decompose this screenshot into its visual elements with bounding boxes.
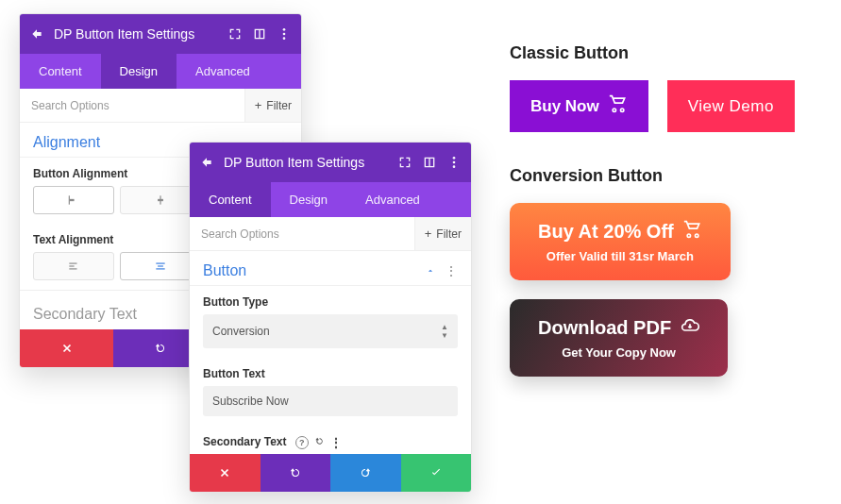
close-button[interactable]: [20, 329, 113, 367]
tab-content[interactable]: Content: [20, 54, 101, 89]
cloud-download-icon: [681, 316, 699, 340]
search-row: Search Options +Filter: [20, 89, 301, 123]
collapse-icon: [426, 262, 435, 279]
plus-icon: +: [255, 99, 262, 111]
redo-button[interactable]: [330, 454, 401, 492]
section-title: Button: [203, 262, 246, 279]
save-button[interactable]: [401, 454, 472, 492]
more-icon[interactable]: [446, 155, 462, 170]
preview-pane: Classic Button Buy Now View Demo Convers…: [510, 43, 821, 395]
search-input[interactable]: Search Options: [20, 99, 244, 112]
search-input[interactable]: Search Options: [190, 227, 414, 241]
button-type-label: Button Type: [190, 286, 471, 314]
svg-rect-9: [69, 268, 76, 269]
download-pdf-button[interactable]: Download PDF Get Your Copy Now: [510, 299, 728, 377]
cart-icon: [609, 94, 628, 118]
more-icon[interactable]: ⋮: [330, 436, 342, 449]
button-text-label: Button Text: [190, 358, 471, 386]
svg-rect-12: [156, 268, 164, 269]
align-left-option[interactable]: [33, 186, 114, 214]
panel-title: DP Button Item Settings: [54, 26, 218, 42]
svg-rect-11: [158, 265, 163, 266]
reset-icon[interactable]: [314, 436, 325, 449]
button-text-input[interactable]: Subscribe Now: [203, 386, 458, 416]
view-demo-label: View Demo: [688, 97, 774, 116]
download-subtitle: Get Your Copy Now: [538, 345, 699, 360]
buy-discount-subtitle: Offer Valid till 31sr March: [538, 249, 702, 263]
tab-design[interactable]: Design: [271, 182, 346, 217]
svg-point-14: [453, 161, 456, 164]
settings-panel-content: DP Button Item Settings Content Design A…: [189, 142, 472, 493]
more-icon[interactable]: [277, 26, 292, 42]
svg-point-13: [453, 157, 456, 160]
panel-header: DP Button Item Settings: [20, 14, 301, 54]
svg-rect-6: [158, 199, 163, 201]
button-type-value: Conversion: [212, 325, 270, 338]
button-text-value: Subscribe Now: [212, 395, 289, 408]
classic-button-heading: Classic Button: [510, 43, 821, 63]
text-left-option[interactable]: [33, 252, 114, 280]
layout-icon[interactable]: [252, 26, 267, 42]
tab-content[interactable]: Content: [190, 182, 271, 217]
expand-icon[interactable]: [227, 26, 243, 42]
expand-icon[interactable]: [397, 155, 412, 170]
filter-label: Filter: [266, 99, 292, 112]
layout-icon[interactable]: [422, 155, 437, 170]
select-arrows-icon: ▲▼: [441, 323, 448, 340]
action-bar: [190, 454, 471, 492]
help-icon[interactable]: ?: [295, 436, 309, 449]
secondary-text-label: Secondary Text ? ⋮: [190, 426, 471, 455]
back-icon[interactable]: [29, 26, 44, 42]
plus-icon: +: [425, 227, 432, 240]
svg-rect-10: [156, 263, 164, 264]
secondary-text-label-text: Secondary Text: [203, 435, 286, 448]
svg-rect-3: [69, 195, 70, 204]
conversion-button-heading: Conversion Button: [510, 166, 821, 186]
more-icon[interactable]: ⋮: [445, 263, 458, 278]
panel-header: DP Button Item Settings: [190, 143, 471, 182]
section-title: Alignment: [33, 134, 100, 151]
svg-rect-4: [70, 199, 75, 201]
svg-rect-8: [69, 265, 74, 266]
tabs: Content Design Advanced: [20, 54, 301, 89]
section-button[interactable]: Button ⋮: [190, 251, 471, 286]
filter-button[interactable]: +Filter: [414, 217, 471, 250]
undo-button[interactable]: [261, 454, 331, 492]
svg-point-2: [283, 37, 286, 40]
svg-point-15: [453, 165, 456, 168]
filter-label: Filter: [436, 227, 462, 241]
view-demo-button[interactable]: View Demo: [667, 80, 795, 132]
button-type-select[interactable]: Conversion ▲▼: [203, 314, 458, 348]
buy-discount-button[interactable]: Buy At 20% Off Offer Valid till 31sr Mar…: [510, 203, 731, 280]
svg-point-1: [283, 33, 286, 36]
back-icon[interactable]: [199, 155, 214, 170]
filter-button[interactable]: +Filter: [244, 89, 301, 122]
panel-title: DP Button Item Settings: [224, 155, 388, 170]
tab-advanced[interactable]: Advanced: [346, 182, 439, 217]
svg-rect-7: [69, 263, 76, 264]
search-row: Search Options +Filter: [190, 217, 471, 251]
tabs: Content Design Advanced: [190, 182, 471, 217]
tab-design[interactable]: Design: [101, 54, 177, 89]
svg-point-0: [283, 28, 286, 31]
buy-discount-title: Buy At 20% Off: [538, 221, 674, 243]
buy-now-button[interactable]: Buy Now: [510, 80, 648, 132]
close-button[interactable]: [190, 454, 261, 492]
tab-advanced[interactable]: Advanced: [177, 54, 269, 89]
cart-icon: [683, 220, 702, 244]
buy-now-label: Buy Now: [530, 97, 599, 116]
download-title: Download PDF: [538, 317, 671, 339]
